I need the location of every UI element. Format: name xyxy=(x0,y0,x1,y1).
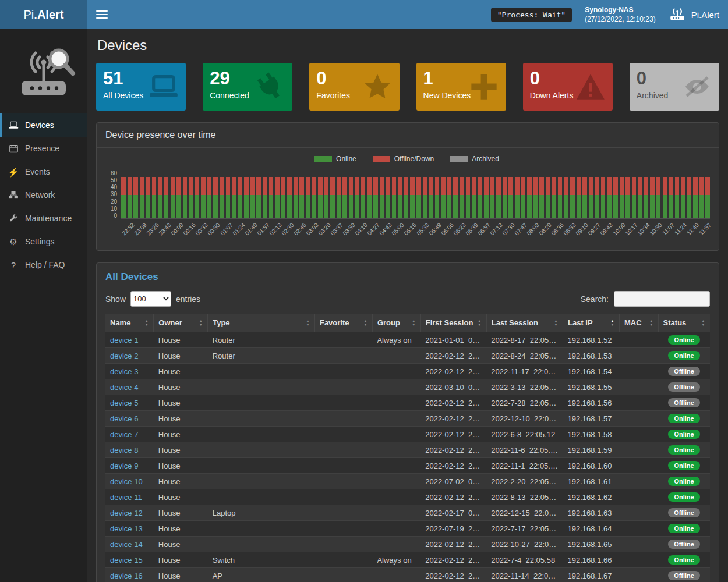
process-status-badge: "Process: Wait" xyxy=(491,8,572,22)
column-header[interactable]: Owner ▲▼ xyxy=(154,314,208,332)
sidebar-item-maintenance[interactable]: Maintenance xyxy=(0,207,87,230)
table-header-row: Name ▲▼ Owner ▲▼ xyxy=(105,314,710,332)
show-label: Show xyxy=(105,294,126,304)
chart-bar xyxy=(546,170,550,218)
devices-panel: All Devices Show 100 entries Search: xyxy=(96,262,719,582)
last-session-cell: 2022-7-4 22:05.58 xyxy=(486,552,563,568)
device-link[interactable]: device 13 xyxy=(110,524,143,533)
column-header[interactable]: Status ▲▼ xyxy=(658,314,710,332)
last-ip-cell: 192.168.1.60 xyxy=(563,458,620,474)
first-session-cell: 2022-02-12 22:05 xyxy=(420,537,486,552)
device-link[interactable]: device 3 xyxy=(110,367,138,376)
chart-bar xyxy=(490,170,495,218)
table-row: device 2 House Router 2022-02-12 22:05 2… xyxy=(105,348,710,364)
chart-bar xyxy=(256,170,261,218)
stat-card-connected[interactable]: 29 Connected xyxy=(203,63,292,111)
group-cell xyxy=(372,364,420,379)
x-tick: 06:23 xyxy=(453,221,465,247)
favorite-cell xyxy=(314,474,372,489)
column-header[interactable]: Last Session ▲▼ xyxy=(486,314,563,332)
owner-cell: House xyxy=(154,537,208,552)
chart-bar xyxy=(337,170,341,218)
last-ip-cell: 192.168.1.62 xyxy=(563,489,620,505)
stat-card-all-devices[interactable]: 51 All Devices xyxy=(96,63,186,111)
brand-logo[interactable]: Pi.Alert xyxy=(0,0,87,29)
stat-card-favorites[interactable]: 0 Favorites xyxy=(309,63,399,111)
hamburger-menu-icon[interactable] xyxy=(96,10,108,19)
last-ip-cell: 192.168.1.61 xyxy=(563,474,620,489)
owner-cell: House xyxy=(154,332,208,348)
table-row: device 9 House 2022-02-12 22:05 2022-11-… xyxy=(105,458,710,474)
device-link[interactable]: device 16 xyxy=(110,572,143,580)
type-cell xyxy=(208,458,315,474)
last-session-cell: 2022-10-27 22:05.23 xyxy=(486,537,563,552)
last-session-cell: 2022-2-20 22:05.30 xyxy=(486,474,563,489)
device-link[interactable]: device 5 xyxy=(110,399,138,407)
sidebar-item-settings[interactable]: ⚙ Settings xyxy=(0,230,87,253)
sidebar-item-presence[interactable]: Presence xyxy=(0,137,87,160)
device-link[interactable]: device 1 xyxy=(110,336,138,345)
x-tick-label: 11:57 xyxy=(698,222,712,236)
x-tick: 07:30 xyxy=(501,221,514,247)
sort-icon: ▲▼ xyxy=(144,320,149,327)
status-badge: Offline xyxy=(668,571,700,580)
app-brand-right[interactable]: Pi.Alert xyxy=(669,7,719,23)
x-tick: 03:37 xyxy=(330,221,342,247)
column-header[interactable]: First Session ▲▼ xyxy=(420,314,486,332)
column-header[interactable]: Type ▲▼ xyxy=(208,314,315,332)
last-session-cell: 2022-8-17 22:05.51 xyxy=(486,332,563,348)
device-link[interactable]: device 6 xyxy=(110,414,138,423)
top-navbar: Pi.Alert "Process: Wait" Synology-NAS (2… xyxy=(0,0,728,29)
chart-bar xyxy=(564,170,569,218)
sidebar-item-network[interactable]: Network xyxy=(0,183,87,207)
first-session-cell: 2022-07-19 23:45 xyxy=(420,521,486,537)
stat-card-new-devices[interactable]: 1 New Devices xyxy=(416,63,506,111)
device-link[interactable]: device 12 xyxy=(110,509,143,517)
search-input[interactable] xyxy=(614,291,710,307)
last-ip-cell: 192.168.1.55 xyxy=(563,379,620,395)
chart-y-axis: 6050403020100 xyxy=(104,170,121,219)
column-header[interactable]: MAC ▲▼ xyxy=(619,314,658,332)
column-header[interactable]: Name ▲▼ xyxy=(105,314,154,332)
group-cell xyxy=(372,521,420,537)
x-tick: 05:00 xyxy=(391,221,403,247)
device-link[interactable]: device 10 xyxy=(110,477,143,486)
type-cell xyxy=(208,442,315,458)
device-link[interactable]: device 2 xyxy=(110,352,138,360)
status-badge: Online xyxy=(668,477,699,486)
device-link[interactable]: device 14 xyxy=(110,540,143,549)
x-tick: 06:57 xyxy=(477,221,489,247)
page-length-select[interactable]: 100 xyxy=(130,291,171,307)
device-link[interactable]: device 11 xyxy=(110,493,142,502)
sidebar-item-help[interactable]: ? Help / FAQ xyxy=(0,253,87,276)
favorite-cell xyxy=(314,332,372,348)
device-link[interactable]: device 9 xyxy=(110,462,138,470)
device-link[interactable]: device 8 xyxy=(110,446,138,455)
table-row: device 7 House 2022-02-12 22:05 2022-6-8… xyxy=(105,427,710,442)
stat-card-archived[interactable]: 0 Archived xyxy=(630,63,719,111)
chart-bar xyxy=(466,170,471,218)
device-link[interactable]: device 15 xyxy=(110,556,143,565)
column-header[interactable]: Group ▲▼ xyxy=(372,314,420,332)
search-label: Search: xyxy=(581,294,609,304)
sidebar-item-events[interactable]: ⚡ Events xyxy=(0,160,87,183)
chart-bar xyxy=(318,170,323,218)
last-session-cell: 2022-11-14 22:05.59 xyxy=(486,568,563,582)
app-name: Pi.Alert xyxy=(691,10,719,20)
presence-panel: Device presence over time Online Offline… xyxy=(96,122,719,251)
status-badge: Online xyxy=(668,414,699,423)
chart-bar xyxy=(158,170,162,218)
x-tick: 03:53 xyxy=(342,221,354,247)
status-badge: Offline xyxy=(668,398,700,407)
entries-label: entries xyxy=(176,294,200,304)
owner-cell: House xyxy=(154,442,208,458)
chart-bar xyxy=(484,170,489,218)
device-link[interactable]: device 4 xyxy=(110,383,138,392)
mac-cell xyxy=(619,411,658,427)
sidebar-item-devices[interactable]: Devices xyxy=(0,113,87,137)
column-header[interactable]: Favorite ▲▼ xyxy=(314,314,372,332)
chart-bar xyxy=(705,170,710,218)
device-link[interactable]: device 7 xyxy=(110,430,138,439)
column-header[interactable]: Last IP ▲▼ xyxy=(563,314,620,332)
stat-card-down-alerts[interactable]: 0 Down Alerts xyxy=(523,63,613,111)
